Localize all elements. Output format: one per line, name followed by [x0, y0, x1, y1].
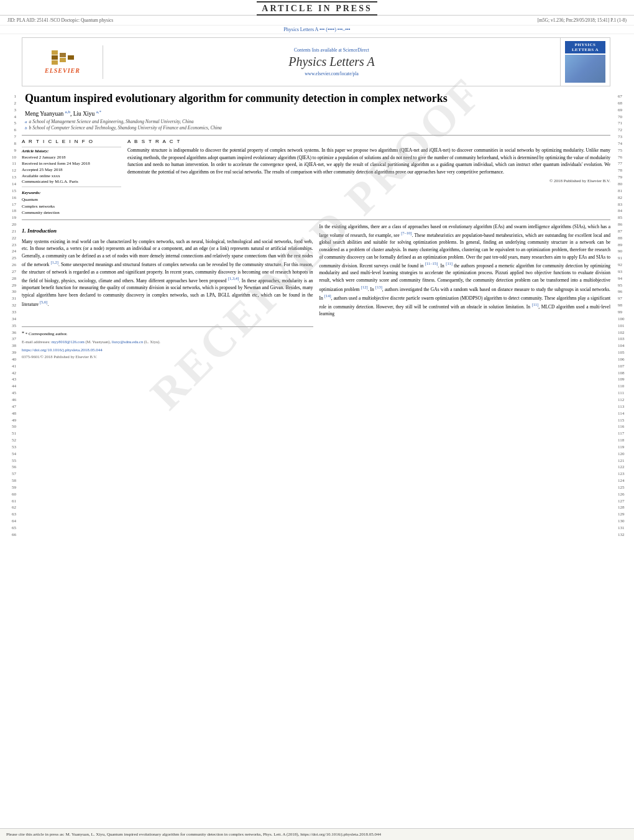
keyword-3: Community detection [22, 210, 121, 216]
line-number-left: 9 [0, 147, 16, 154]
line-number-right: 113 [618, 404, 634, 410]
line-number-left: 59 [0, 484, 16, 491]
line-number-left: 2 [0, 100, 16, 107]
line-number-left: 49 [0, 417, 16, 424]
line-number-left: 10 [0, 154, 16, 161]
line-number-right: 110 [618, 383, 634, 390]
line-number-right: 87 [618, 228, 634, 235]
line-number-left: 58 [0, 478, 16, 484]
left-line-numbers: 1234567891011121314151617181920212223242… [0, 34, 19, 538]
line-number-right: 127 [618, 498, 634, 505]
line-number-right: 126 [618, 491, 634, 498]
line-number-left: 11 [0, 160, 16, 167]
keywords-label: Keywords: [22, 190, 121, 195]
line-number-right: 74 [618, 141, 634, 147]
intro-right-text: In the existing algorithms, there are a … [319, 223, 611, 318]
line-number-left: 13 [0, 174, 16, 181]
doi-link[interactable]: https://doi.org/10.1016/j.physleta.2018.… [22, 347, 313, 354]
paper-body: ELSEVIER Contents lists available at Sci… [19, 34, 615, 538]
line-number-left: 8 [0, 141, 16, 147]
line-number-left: 60 [0, 491, 16, 498]
abstract-col: A B S T R A C T Community structure is i… [127, 139, 610, 216]
meta-left: JID: PLA AID: 25141 /SCO Doctopic: Quant… [7, 17, 113, 23]
line-number-right: 97 [618, 295, 634, 302]
authors: Meng Yuanyuan a,b, Liu Xiyu a,* [25, 109, 610, 116]
line-number-right: 91 [618, 255, 634, 262]
ref-11b: [11] [532, 302, 539, 307]
footer-section: * * Corresponding author. E-mail address… [22, 326, 313, 360]
line-number-right: 94 [618, 275, 634, 282]
line-number-right: 129 [618, 511, 634, 518]
line-number-left: 35 [0, 323, 16, 330]
line-number-right: 81 [618, 188, 634, 195]
line-number-right: 69 [618, 107, 634, 114]
journal-center: Contents lists available at ScienceDirec… [103, 44, 560, 80]
banner-text: ARTICLE IN PRESS [257, 1, 377, 16]
line-number-left: 45 [0, 390, 16, 397]
line-number-left: 1 [0, 93, 16, 100]
line-number-right: 84 [618, 208, 634, 215]
line-number-right: 77 [618, 160, 634, 167]
line-number-left: 32 [0, 302, 16, 309]
line-number-right: 128 [618, 504, 634, 511]
line-number-left: 24 [0, 248, 16, 255]
line-number-left: 12 [0, 167, 16, 174]
line-number-left: 20 [0, 221, 16, 228]
communicated-by: Communicated by M.G.A. Paris [22, 179, 121, 185]
line-number-right: 70 [618, 114, 634, 121]
line-number-right: 80 [618, 181, 634, 188]
citation-bar: Please cite this article in press as: M.… [0, 828, 634, 840]
outer-wrapper: 1234567891011121314151617181920212223242… [0, 34, 634, 538]
line-number-left: 47 [0, 404, 16, 410]
line-number-right: 92 [618, 262, 634, 269]
line-number-left: 15 [0, 188, 16, 195]
line-number-left: 40 [0, 356, 16, 363]
line-number-left: 14 [0, 181, 16, 188]
line-number-right: 103 [618, 336, 634, 343]
article-info-header: A R T I C L E I N F O [22, 139, 121, 144]
line-number-right: 89 [618, 242, 634, 249]
meta-right: [m5G; v1.236; Pm:29/05/2018; 15:41] P.1 … [537, 17, 627, 23]
affiliation-1: a a School of Management Science and Eng… [25, 119, 610, 126]
journal-header: ELSEVIER Contents lists available at Sci… [22, 37, 610, 86]
line-number-left: 37 [0, 336, 16, 343]
line-number-left: 56 [0, 464, 16, 471]
line-number-left: 30 [0, 288, 16, 295]
line-number-right: 85 [618, 215, 634, 221]
article-info-abstract: A R T I C L E I N F O Article history: R… [22, 139, 610, 216]
line-number-right: 93 [618, 269, 634, 275]
line-number-left: 33 [0, 309, 16, 316]
line-number-right: 122 [618, 464, 634, 471]
line-number-left: 23 [0, 242, 16, 249]
line-number-left: 6 [0, 127, 16, 134]
accepted-date: Accepted 25 May 2018 [22, 167, 121, 173]
email-2: liuxy@sdnu.edu.cn [112, 339, 143, 344]
line-number-right: 88 [618, 235, 634, 242]
abstract-copyright: © 2018 Published by Elsevier B.V. [127, 178, 610, 183]
line-number-left: 34 [0, 316, 16, 323]
line-number-right: 105 [618, 349, 634, 356]
line-number-right: 131 [618, 525, 634, 532]
line-number-right: 96 [618, 288, 634, 295]
line-number-right: 67 [618, 93, 634, 100]
line-number-left: 5 [0, 120, 16, 127]
separator-2 [22, 219, 610, 220]
line-number-left: 22 [0, 235, 16, 242]
line-number-left: 66 [0, 532, 16, 538]
line-number-right: 83 [618, 201, 634, 208]
received-date: Received 2 January 2018 [22, 155, 121, 161]
line-number-left: 55 [0, 458, 16, 464]
line-number-right: 115 [618, 417, 634, 424]
line-number-left: 17 [0, 201, 16, 208]
line-number-right: 121 [618, 458, 634, 464]
body-content: 1. Introduction Many systems existing in… [22, 223, 610, 360]
line-number-right: 76 [618, 154, 634, 161]
line-number-right: 68 [618, 100, 634, 107]
line-number-left: 48 [0, 410, 16, 417]
ref-11-15: [11–15] [425, 261, 438, 265]
line-number-left: 42 [0, 370, 16, 377]
journal-title: Physics Letters A [106, 55, 557, 69]
body-left-col: 1. Introduction Many systems existing in… [22, 223, 313, 360]
journal-url: www.elsevier.com/locate/pla [106, 71, 557, 76]
keyword-2: Complex networks [22, 203, 121, 210]
